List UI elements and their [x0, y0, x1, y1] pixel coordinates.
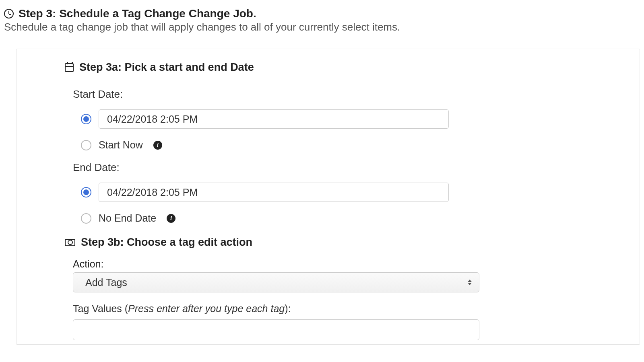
start-now-radio[interactable]	[81, 140, 91, 150]
page-title: Step 3: Schedule a Tag Change Change Job…	[19, 7, 256, 20]
action-select-value: Add Tags	[85, 277, 127, 288]
tag-values-prefix: Tag Values (	[73, 303, 128, 314]
start-date-label: Start Date:	[73, 88, 627, 101]
action-select[interactable]: Add Tags	[73, 272, 479, 292]
info-icon[interactable]: i	[167, 214, 175, 223]
money-icon	[65, 239, 75, 246]
clock-icon	[4, 9, 14, 19]
start-now-row: Start Now i	[81, 139, 627, 151]
start-date-specific-row	[81, 109, 627, 129]
chevron-updown-icon	[468, 280, 472, 285]
start-date-specific-radio[interactable]	[81, 114, 91, 124]
tag-values-input[interactable]	[73, 319, 479, 340]
page-header: Step 3: Schedule a Tag Change Change Job…	[4, 7, 640, 20]
step-3a-title: Step 3a: Pick a start and end Date	[79, 61, 254, 74]
no-end-date-label: No End Date	[99, 212, 156, 224]
end-date-label: End Date:	[73, 161, 627, 174]
tag-values-suffix: ):	[285, 303, 291, 314]
start-date-input[interactable]	[99, 109, 449, 129]
no-end-date-row: No End Date i	[81, 212, 627, 224]
schedule-card: Step 3a: Pick a start and end Date Start…	[16, 49, 640, 345]
info-icon[interactable]: i	[153, 141, 162, 150]
end-date-specific-radio[interactable]	[81, 187, 91, 197]
step-3b-title: Step 3b: Choose a tag edit action	[81, 236, 252, 249]
action-label: Action:	[73, 258, 627, 270]
start-now-label: Start Now	[99, 139, 143, 151]
page-subtitle: Schedule a tag change job that will appl…	[4, 21, 640, 33]
tag-values-label: Tag Values (Press enter after you type e…	[73, 303, 627, 315]
calendar-icon	[65, 63, 74, 72]
tag-values-hint: Press enter after you type each tag	[128, 303, 285, 314]
end-date-input[interactable]	[99, 183, 449, 202]
step-3b-header: Step 3b: Choose a tag edit action	[65, 236, 627, 249]
no-end-date-radio[interactable]	[81, 213, 91, 224]
step-3a-header: Step 3a: Pick a start and end Date	[65, 61, 627, 74]
end-date-specific-row	[81, 183, 627, 202]
